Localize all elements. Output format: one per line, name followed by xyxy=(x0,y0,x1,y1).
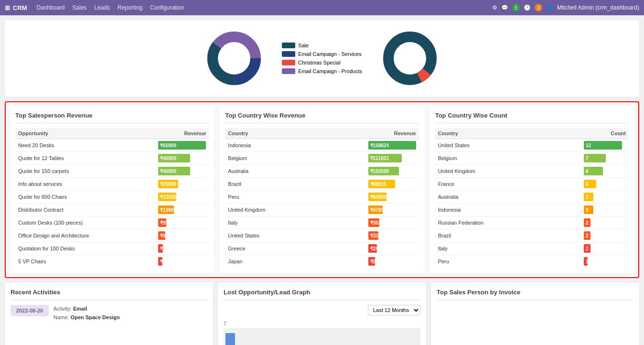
row-name: Japan xyxy=(225,255,365,268)
row-name: Info about services xyxy=(15,178,155,191)
chat-icon[interactable]: 💬 xyxy=(501,4,508,11)
clock-icon[interactable]: 🕐 xyxy=(524,4,531,11)
row-bar-cell: ₹47800 xyxy=(365,204,419,216)
table-row: Indonesia 3 xyxy=(435,204,629,216)
row-name: Peru xyxy=(225,191,365,204)
row-name: United States xyxy=(435,139,581,152)
user-avatar[interactable]: 👤 xyxy=(546,4,553,11)
table-row: Indonesia ₹158824 xyxy=(225,139,419,152)
bar: ₹60000 xyxy=(158,141,206,150)
bar: ₹22500 xyxy=(158,193,176,201)
brand-label: CRM xyxy=(13,4,27,11)
table-row: Japan ₹22500 xyxy=(225,255,419,268)
row-bar-cell: 2 xyxy=(581,216,629,229)
top-charts-area: Sale Email Campaign - Services Christmas… xyxy=(5,20,639,97)
lost-opportunity-card: Lost Opportunity/Lead Graph Last 12 Mont… xyxy=(218,283,426,345)
bar: ₹36321 xyxy=(368,218,379,227)
nav-configuration[interactable]: Configuration xyxy=(150,4,184,11)
table-row: Peru 1 xyxy=(435,255,629,268)
bar: ₹88915 xyxy=(368,180,395,188)
bar: ₹40000 xyxy=(158,167,190,175)
row-bar-cell: ₹9987 xyxy=(155,216,209,229)
top-sales-invoice-card: Top Sales Person by Invoice xyxy=(431,283,639,345)
activity-details: Activity: Email Name: Open Space Design xyxy=(54,305,120,322)
country-revenue-title: Top Country Wise Revenue xyxy=(225,112,419,123)
brand[interactable]: ⊞ CRM xyxy=(5,4,27,11)
table-row: 5 VP Chairs ₹5600 xyxy=(15,255,209,268)
nav-leads[interactable]: Leads xyxy=(94,4,110,11)
bar: ₹25000 xyxy=(158,180,178,188)
right-donut xyxy=(381,30,439,87)
highlighted-tables-section: Top Salesperson Revenue Opportunity Reve… xyxy=(5,101,639,278)
y-axis-value: 7 xyxy=(224,321,420,326)
table-row: Quote for 600 Chairs ₹22500 xyxy=(15,191,209,204)
country-count-table: Country Count United States 12 Belgium 7… xyxy=(435,128,629,268)
time-range-select[interactable]: Last 12 Months xyxy=(368,305,420,315)
graph-controls: Last 12 Months xyxy=(224,305,420,315)
bar: ₹111921 xyxy=(368,154,402,162)
cc-col-country: Country xyxy=(435,128,581,139)
bar: ₹33611 xyxy=(368,231,378,240)
table-row: United States ₹33611 xyxy=(225,229,419,242)
activity-item: 2022-08-20 Activity: Email Name: Open Sp… xyxy=(11,305,207,322)
chat-badge: 5 xyxy=(512,4,520,11)
graph-area: Last 12 Months 7 Count Months xyxy=(224,305,420,345)
graph-placeholder: 7 Count Months xyxy=(224,318,420,345)
tables-row: Top Salesperson Revenue Opportunity Reve… xyxy=(10,106,634,273)
legend-email-products-color xyxy=(282,68,295,74)
row-name: Quote for 12 Tables xyxy=(15,152,155,165)
bar: 4 xyxy=(584,180,596,188)
row-name: Quotation for 100 Desks xyxy=(15,242,155,255)
row-name: Brazil xyxy=(225,178,365,191)
sp-col-revenue: Revenue xyxy=(155,128,209,139)
row-name: France xyxy=(435,178,581,191)
cr-col-revenue: Revenue xyxy=(365,128,419,139)
bar: ₹158824 xyxy=(368,141,416,150)
bar: 6 xyxy=(584,167,603,175)
table-row: Quotation for 100 Desks ₹6000 xyxy=(15,242,209,255)
row-name: Peru xyxy=(435,255,581,268)
row-bar-cell: ₹36321 xyxy=(365,216,419,229)
table-row: Office Design and Architecture ₹9000 xyxy=(15,229,209,242)
table-row: Belgium ₹111921 xyxy=(225,152,419,165)
row-bar-cell: 7 xyxy=(581,152,629,165)
bar-1 xyxy=(225,333,235,345)
bar: ₹102500 xyxy=(368,167,399,175)
row-bar-cell: ₹25000 xyxy=(155,178,209,191)
table-row: Distributor Contract ₹19800 xyxy=(15,204,209,216)
bar: ₹60000 xyxy=(368,193,386,201)
bar: ₹9987 xyxy=(158,218,166,227)
row-bar-cell: ₹19800 xyxy=(155,204,209,216)
bar: ₹22500 xyxy=(368,257,375,266)
recent-activities-title: Recent Activities xyxy=(11,289,207,300)
row-name: Need 20 Desks xyxy=(15,139,155,152)
bar: 2 xyxy=(584,231,590,240)
row-bar-cell: 6 xyxy=(581,165,629,178)
row-bar-cell: 2 xyxy=(581,229,629,242)
table-row: Info about services ₹25000 xyxy=(15,178,209,191)
row-bar-cell: 12 xyxy=(581,139,629,152)
nav-sales[interactable]: Sales xyxy=(72,4,86,11)
row-name: Russian Federation xyxy=(435,216,581,229)
activity-date-badge: 2022-08-20 xyxy=(11,305,49,316)
legend-email-services-color xyxy=(282,51,295,57)
svg-point-3 xyxy=(221,45,247,72)
legend-christmas-label: Christmas Special xyxy=(298,60,341,65)
row-name: Distributor Contract xyxy=(15,204,155,216)
country-count-title: Top Country Wise Count xyxy=(435,112,629,123)
bar: ₹5600 xyxy=(158,257,162,266)
legend-christmas: Christmas Special xyxy=(282,60,362,65)
clock-badge: 3 xyxy=(535,4,542,11)
row-name: Quote for 600 Chairs xyxy=(15,191,155,204)
table-row: Need 20 Desks ₹60000 xyxy=(15,139,209,152)
table-row: France 4 xyxy=(435,178,629,191)
recent-activities-card: Recent Activities 2022-08-20 Activity: E… xyxy=(5,283,213,345)
settings-icon[interactable]: ⚙ xyxy=(492,4,497,11)
row-bar-cell: ₹5600 xyxy=(155,255,209,268)
table-row: Custom Desks (100 pieces) ₹9987 xyxy=(15,216,209,229)
nav-dashboard[interactable]: Dashboard xyxy=(37,4,65,11)
nav-reporting[interactable]: Reporting xyxy=(118,4,142,11)
row-bar-cell: ₹40000 xyxy=(155,165,209,178)
bar: 12 xyxy=(584,141,622,150)
table-row: Russian Federation 2 xyxy=(435,216,629,229)
